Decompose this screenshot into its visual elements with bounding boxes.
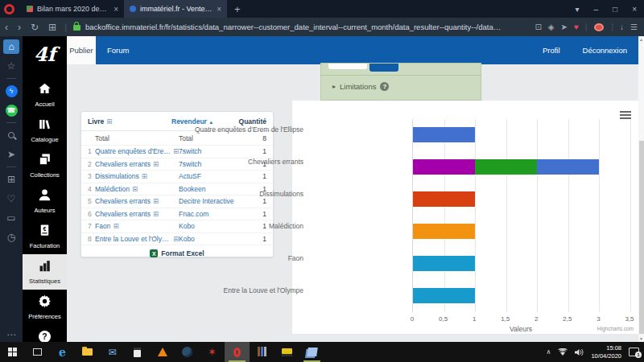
taskbar-mail-icon[interactable]: ✉ xyxy=(100,342,125,362)
retailer-link[interactable]: 7switch xyxy=(179,147,245,155)
retailer-link[interactable]: Fnac.com xyxy=(179,210,245,218)
book-link[interactable]: Entre la Louve et l'Olympe⊞ xyxy=(95,235,179,243)
settings-sliders-icon[interactable]: ☰ xyxy=(627,23,641,31)
messenger-icon[interactable]: ϟ xyxy=(3,84,19,98)
back-icon[interactable]: ‹ xyxy=(0,22,13,33)
extension-icon[interactable] xyxy=(594,23,604,31)
taskbar-calculator-icon[interactable] xyxy=(125,342,150,362)
sidebar-item-auteurs[interactable]: Auteurs xyxy=(23,183,67,219)
chart-credits[interactable]: Highcharts.com xyxy=(597,326,634,331)
action-center-icon[interactable]: 1 xyxy=(629,348,639,356)
book-link[interactable]: Chevaliers errants⊞ xyxy=(95,210,179,218)
browser-menu-icon[interactable]: ▾ xyxy=(568,5,587,14)
bar[interactable] xyxy=(413,256,475,271)
star-icon[interactable]: ☆ xyxy=(3,59,19,73)
bar-segment[interactable] xyxy=(413,159,475,175)
wifi-icon[interactable] xyxy=(558,348,568,356)
book-link[interactable]: Malédiction⊞ xyxy=(95,185,179,193)
column-header-livre[interactable]: Livre ⊞ xyxy=(88,117,171,125)
forward-icon[interactable]: › xyxy=(13,22,26,33)
new-tab-button[interactable]: + xyxy=(227,3,248,15)
maximize-button[interactable]: □ xyxy=(605,5,625,14)
search-icon[interactable] xyxy=(3,128,19,142)
taskbar-vlc-icon[interactable] xyxy=(150,342,175,362)
taskbar-calibre-icon[interactable] xyxy=(250,342,275,362)
heart-icon[interactable]: ♡ xyxy=(3,191,19,206)
expand-icon[interactable]: ⊞ xyxy=(113,222,118,230)
nav-profil[interactable]: Profil xyxy=(531,46,572,55)
tray-chevron-icon[interactable]: ∧ xyxy=(547,348,551,356)
taskbar-red-app-icon[interactable]: ✶ xyxy=(200,342,225,362)
nav-forum[interactable]: Forum xyxy=(96,46,140,55)
taskbar-clock[interactable]: 15:08 10/04/2020 xyxy=(591,344,621,360)
bar[interactable] xyxy=(413,159,599,175)
hidden-button[interactable] xyxy=(328,64,367,69)
immateriel-logo[interactable]: 4f xyxy=(34,36,56,77)
sidebar-item-accueil[interactable]: Accueil xyxy=(23,77,67,113)
bar[interactable] xyxy=(413,224,475,239)
book-link[interactable]: Quatre enquêtes d'Erem de l'Ellipse⊞ xyxy=(95,147,179,155)
bar[interactable] xyxy=(413,191,475,207)
limitations-toggle[interactable]: ▸ Limitations ? xyxy=(332,82,389,91)
taskbar-start-icon[interactable] xyxy=(0,342,25,362)
home-icon[interactable]: ⌂ xyxy=(3,39,19,54)
retailer-link[interactable]: Kobo xyxy=(179,235,245,243)
bar-segment[interactable] xyxy=(537,159,599,175)
sidebar-item-catalogue[interactable]: Catalogue xyxy=(23,113,67,148)
column-header-revendeur[interactable]: Revendeur ▲ xyxy=(171,117,237,125)
sidebar-item-prfrences[interactable]: Préférences xyxy=(23,290,67,325)
send-icon[interactable]: ➤ xyxy=(3,147,19,162)
sidebar-item-facturation[interactable]: €Facturation xyxy=(23,219,67,254)
bar-segment[interactable] xyxy=(413,127,475,142)
book-link[interactable]: Dissimulations⊞ xyxy=(95,172,179,180)
retailer-link[interactable]: Decitre Interactive xyxy=(179,197,245,205)
taskbar-edge-icon[interactable]: e xyxy=(50,342,75,362)
expand-icon[interactable]: ⊞ xyxy=(142,172,147,180)
publish-tab[interactable]: Publier xyxy=(67,36,96,64)
taskbar-steam-icon[interactable] xyxy=(175,342,200,362)
tab-close-icon[interactable]: × xyxy=(217,5,221,14)
close-button[interactable]: × xyxy=(625,5,644,14)
bookmark-heart-icon[interactable]: ♥ xyxy=(571,23,582,31)
tab-close-icon[interactable]: × xyxy=(114,5,118,14)
expand-icon[interactable]: ⊞ xyxy=(106,117,112,125)
bar-segment[interactable] xyxy=(413,224,475,239)
shield-icon[interactable]: ◈ xyxy=(545,23,558,31)
send-page-icon[interactable]: ➤ xyxy=(557,23,570,31)
scroll-down-icon[interactable]: ▼ xyxy=(638,335,644,342)
expand-icon[interactable]: ⊞ xyxy=(153,160,159,168)
secure-lock-icon[interactable] xyxy=(73,25,80,31)
expand-icon[interactable]: ⊞ xyxy=(153,197,159,205)
more-icon[interactable]: ⋯ xyxy=(3,327,19,342)
expand-icon[interactable]: ⊞ xyxy=(132,185,138,193)
retailer-link[interactable]: ActuSF xyxy=(179,172,245,180)
history-icon[interactable]: ◷ xyxy=(3,230,19,245)
taskbar-blue-app-icon[interactable] xyxy=(299,342,324,362)
expand-icon[interactable]: ⊞ xyxy=(153,210,159,218)
snapshot-icon[interactable]: ⊡ xyxy=(531,23,544,31)
browser-tab[interactable]: immatériel.fr - Ventes du m× xyxy=(124,0,227,18)
bar-segment[interactable] xyxy=(413,256,475,271)
speed-dial-icon[interactable]: ⊞ xyxy=(43,22,61,33)
help-icon[interactable]: ? xyxy=(380,82,389,91)
bar[interactable] xyxy=(413,127,475,142)
bar-segment[interactable] xyxy=(475,159,537,175)
wallet-icon[interactable]: ▭ xyxy=(3,211,19,225)
taskbar-file-explorer-icon[interactable] xyxy=(75,342,100,362)
minimize-button[interactable]: – xyxy=(587,5,606,14)
scroll-up-icon[interactable]: ▲ xyxy=(638,36,644,43)
bar[interactable] xyxy=(413,288,475,303)
speaker-icon[interactable] xyxy=(575,348,584,356)
nav-deconnexion[interactable]: Déconnexion xyxy=(572,46,638,55)
page-scrollbar[interactable]: ▲ ▼ xyxy=(638,36,644,342)
taskbar-yellow-app-icon[interactable] xyxy=(275,342,299,362)
bar-segment[interactable] xyxy=(413,191,475,207)
expand-icon[interactable]: ⊞ xyxy=(173,235,179,243)
taskbar-task-view-icon[interactable] xyxy=(25,342,50,362)
bar-segment[interactable] xyxy=(413,288,475,303)
book-link[interactable]: Chevaliers errants⊞ xyxy=(95,160,179,168)
column-header-quantite[interactable]: Quantité xyxy=(237,117,266,125)
reload-icon[interactable]: ↻ xyxy=(26,22,43,33)
book-link[interactable]: Faon⊞ xyxy=(95,222,179,230)
whatsapp-icon[interactable]: ☎ xyxy=(3,103,19,117)
